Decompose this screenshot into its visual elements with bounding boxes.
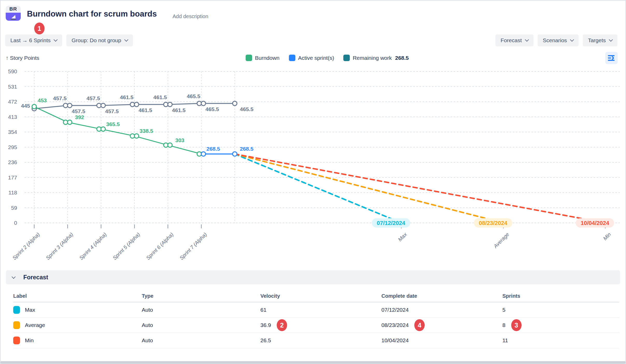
- horizontal-scrollbar[interactable]: [1, 361, 625, 363]
- complete-date-cell: 10/04/2024: [381, 337, 502, 344]
- filter-group-do-not-group-dropdown[interactable]: Group: Do not group: [66, 34, 133, 46]
- svg-text:457.5: 457.5: [53, 95, 67, 101]
- svg-text:295: 295: [8, 144, 17, 150]
- logo-text: BR: [6, 6, 21, 13]
- svg-text:461.5: 461.5: [172, 107, 186, 113]
- forecast-line-max: [235, 154, 401, 223]
- legend-item-burndown[interactable]: Burndown: [246, 55, 280, 61]
- svg-text:10/04/2024: 10/04/2024: [581, 220, 609, 226]
- forecast-date-pill-average: 08/23/2024: [474, 218, 512, 228]
- chevron-down-icon: [12, 275, 16, 279]
- row-color-chip[interactable]: [13, 321, 20, 329]
- callout-badge-2: 2: [277, 319, 287, 331]
- action-label: Targets: [588, 37, 606, 43]
- action-label: Scenarios: [543, 37, 567, 43]
- forecast-row-min[interactable]: MinAuto26.510/04/202411: [13, 333, 619, 348]
- svg-text:461.5: 461.5: [139, 107, 152, 113]
- complete-date-cell-value: 08/23/2024: [381, 322, 409, 328]
- svg-text:392: 392: [75, 114, 84, 120]
- forecast-row-max[interactable]: MaxAuto6107/12/20245: [13, 302, 619, 318]
- svg-text:268.5: 268.5: [207, 146, 220, 152]
- indent-arrow-icon: [608, 55, 615, 61]
- forecast-section-title: Forecast: [23, 274, 48, 281]
- svg-text:465.5: 465.5: [240, 106, 254, 112]
- svg-text:457.5: 457.5: [105, 108, 119, 114]
- app-window: BR Burndown chart for scrum boards Add d…: [0, 0, 626, 364]
- type-cell-value: Auto: [142, 337, 153, 344]
- svg-text:08/23/2024: 08/23/2024: [479, 220, 508, 226]
- filter-label: Last → 6 Sprints: [10, 37, 51, 43]
- label-cell: Average: [13, 321, 142, 329]
- row-color-chip[interactable]: [13, 337, 20, 344]
- svg-text:236: 236: [8, 159, 17, 165]
- velocity-cell-value: 36.9: [260, 322, 271, 328]
- forecast-section-header[interactable]: Forecast: [6, 270, 620, 284]
- action-targets-dropdown[interactable]: Targets: [583, 34, 617, 46]
- burndown-chart-canvas[interactable]: 590531472413354295236177118590445457.545…: [0, 65, 626, 246]
- forecast-date-pill-min: 10/04/2024: [576, 218, 614, 228]
- action-label: Forecast: [501, 37, 522, 43]
- svg-text:0: 0: [14, 220, 17, 226]
- velocity-cell-value: 61: [260, 307, 266, 313]
- forecast-date-pill-max: 07/12/2024: [372, 218, 410, 228]
- complete-date-cell-value: 07/12/2024: [381, 307, 409, 313]
- type-cell: Auto: [142, 322, 260, 328]
- velocity-cell: 36.92: [260, 319, 381, 331]
- svg-text:461.5: 461.5: [120, 94, 134, 100]
- svg-text:365.5: 365.5: [106, 121, 120, 127]
- svg-text:354: 354: [8, 129, 17, 135]
- action-scenarios-dropdown[interactable]: Scenarios: [538, 34, 579, 46]
- complete-date-cell-value: 10/04/2024: [381, 337, 409, 344]
- sailboat-icon: [6, 13, 21, 21]
- velocity-cell-value: 26.5: [260, 337, 271, 344]
- add-description-button[interactable]: Add description: [173, 13, 208, 19]
- svg-text:531: 531: [8, 84, 17, 90]
- svg-text:413: 413: [8, 114, 17, 120]
- type-cell: Auto: [142, 337, 260, 344]
- forecast-line-average: [235, 154, 503, 223]
- action-forecast-dropdown[interactable]: Forecast: [495, 34, 533, 46]
- svg-text:338.5: 338.5: [140, 128, 153, 134]
- gridlines: 590531472413354295236177118590: [8, 68, 620, 228]
- velocity-cell: 26.5: [260, 337, 381, 344]
- y-axis-label: Story Points: [10, 55, 39, 61]
- legend-label: Active sprint(s): [298, 55, 334, 61]
- svg-text:303: 303: [175, 137, 184, 143]
- row-label: Max: [25, 307, 35, 313]
- forecast-lines: [235, 154, 605, 223]
- row-color-chip[interactable]: [13, 306, 20, 314]
- svg-text:07/12/2024: 07/12/2024: [377, 220, 406, 226]
- sprints-cell-value: 11: [502, 337, 508, 344]
- svg-text:590: 590: [8, 68, 17, 74]
- chevron-down-icon: [525, 38, 529, 42]
- filter-label: Group: Do not group: [72, 37, 121, 43]
- legend-item-active-sprint-s[interactable]: Active sprint(s): [289, 55, 334, 61]
- column-header-label: Label: [13, 293, 142, 299]
- legend-color-chip: [246, 55, 252, 61]
- svg-text:457.5: 457.5: [87, 95, 100, 101]
- sprints-cell: 11: [502, 337, 619, 344]
- legend-value: 268.5: [395, 55, 409, 61]
- legend-item-remaining-work[interactable]: Remaining work268.5: [343, 55, 409, 61]
- type-cell: Auto: [142, 307, 260, 313]
- forecast-row-average[interactable]: AverageAuto36.9208/23/2024483: [13, 318, 619, 333]
- chart-legend: BurndownActive sprint(s)Remaining work26…: [246, 55, 409, 61]
- action-bar: ForecastScenariosTargets: [495, 34, 617, 46]
- complete-date-cell: 08/23/20244: [381, 319, 502, 331]
- svg-text:461.5: 461.5: [153, 94, 167, 100]
- row-label: Min: [25, 337, 34, 344]
- legend-color-chip: [289, 55, 295, 61]
- expand-panel-button[interactable]: [605, 52, 618, 64]
- svg-text:59: 59: [11, 205, 17, 211]
- table-header-row: LabelTypeVelocityComplete dateSprints: [13, 290, 619, 302]
- svg-text:268.5: 268.5: [240, 146, 254, 152]
- svg-text:118: 118: [9, 190, 17, 195]
- filter-last-6-sprints-dropdown[interactable]: Last → 6 Sprints: [5, 34, 62, 46]
- sprints-cell: 83: [502, 319, 619, 331]
- svg-text:472: 472: [8, 99, 17, 105]
- chevron-down-icon: [570, 38, 574, 42]
- legend-label: Remaining work: [353, 55, 392, 61]
- legend-color-chip: [343, 55, 350, 61]
- svg-text:465.5: 465.5: [205, 106, 219, 112]
- forecast-line-min: [235, 154, 605, 223]
